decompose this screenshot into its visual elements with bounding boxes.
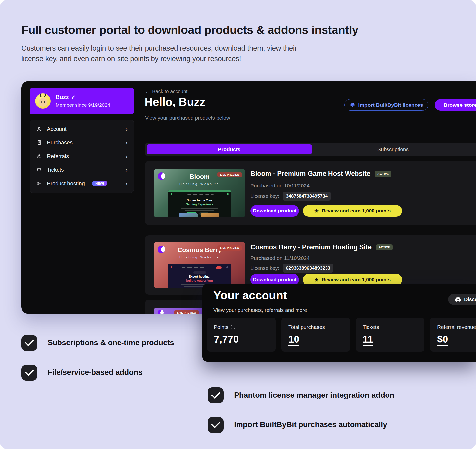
customer-portal-panel: Buzz Member since 9/19/2024 Account › Pu… <box>21 81 476 314</box>
discord-icon <box>455 297 461 302</box>
avatar-eye <box>41 101 42 103</box>
arrow-left-icon: ← <box>145 89 150 94</box>
browse-button-label: Browse store <box>444 102 476 108</box>
sidebar-item-label: Purchases <box>47 139 73 146</box>
sidebar-item-tickets[interactable]: Tickets › <box>30 163 134 177</box>
chevron-right-icon: › <box>125 153 128 159</box>
review-button-label: Review and earn 1,000 points <box>322 277 391 283</box>
people-icon <box>36 154 42 159</box>
greeting-heading: Hello, Buzz <box>145 95 205 108</box>
browse-store-button[interactable]: Browse store <box>435 99 476 111</box>
live-preview-badge: LIVE PREVIEW <box>174 310 199 314</box>
deco-dot <box>171 193 172 195</box>
star-icon: ★ <box>314 277 319 283</box>
import-builtbybit-button[interactable]: Import BuiltByBit licences <box>344 99 428 111</box>
stat-card-points: Points i 7,770 <box>207 318 276 352</box>
tab-products[interactable]: Products <box>147 144 312 154</box>
deco-bar <box>168 193 231 196</box>
review-button-label: Review and earn 1,000 points <box>322 208 391 214</box>
feature-label: Subscriptions & one-time products <box>48 338 174 347</box>
live-preview-badge: LIVE PREVIEW <box>217 172 242 177</box>
member-since: Member since 9/19/2024 <box>56 102 110 108</box>
new-badge: NEW! <box>92 181 107 186</box>
product-thumbnail[interactable]: Bloom Hosting Website LIVE PREVIEW Super… <box>154 169 245 217</box>
deco-bar <box>193 271 206 274</box>
back-link-label: Back to account <box>152 89 187 94</box>
sidebar-item-label: Referrals <box>47 153 69 159</box>
deco-bar <box>199 194 203 195</box>
check-icon <box>21 365 37 381</box>
deco-bar <box>211 194 214 195</box>
feature-label: File/service-based addons <box>48 368 143 377</box>
mini-headline1: Supercharge Your <box>168 199 231 202</box>
receipt-icon <box>36 140 42 145</box>
stat-value-link[interactable]: 11 <box>363 334 373 346</box>
crescent-logo-icon <box>158 310 164 314</box>
status-badge: ACTIVE <box>375 171 391 177</box>
ticket-icon <box>36 167 42 173</box>
deco-bar <box>185 210 214 211</box>
avatar-antenna <box>44 94 46 98</box>
sidebar-item-label: Account <box>47 126 67 132</box>
user-card: Buzz Member since 9/19/2024 <box>30 88 134 114</box>
thumb-tagline: Hosting Website <box>154 182 245 186</box>
deco-dot <box>226 266 228 268</box>
edit-pencil-icon[interactable] <box>71 95 76 99</box>
discord-button-label: Discord <box>464 297 476 302</box>
stat-value-link[interactable]: 10 <box>288 334 299 346</box>
deco-bar <box>168 190 231 192</box>
mini-headline2: built to outperform <box>168 279 231 282</box>
back-to-account-link[interactable]: ← Back to account <box>145 89 187 94</box>
deco-bar <box>187 267 192 268</box>
mini-website-preview: Supercharge Your Gaming Experience <box>168 190 231 217</box>
deco-image <box>179 213 198 217</box>
download-button-label: Download product <box>253 277 297 283</box>
server-icon <box>36 181 42 186</box>
avatar <box>35 93 51 109</box>
deco-bar <box>194 267 198 268</box>
page-subtitle-line2: license key, and even earn on-site point… <box>21 55 241 63</box>
discord-button[interactable]: Discord <box>448 294 476 305</box>
download-button-label: Download product <box>253 208 297 214</box>
info-icon[interactable]: i <box>231 325 235 329</box>
status-badge: ACTIVE <box>376 244 393 250</box>
stat-card-total-purchases: Total purchases 10 <box>281 318 350 352</box>
check-icon <box>208 387 224 403</box>
username: Buzz <box>56 94 76 101</box>
sidebar-item-referrals[interactable]: Referrals › <box>30 150 134 163</box>
license-key-label: License key: <box>250 193 279 199</box>
account-stats: Points i 7,770 Total purchases 10 Ticket… <box>207 318 476 352</box>
purchased-date: Purchased on 11/10/2024 <box>250 255 310 261</box>
product-title: Cosmos Berry - Premium Hosting Site <box>250 243 372 251</box>
thumb-tagline: Hosting Website <box>154 256 245 259</box>
stat-label: Total purchases <box>288 324 325 330</box>
sidebar-item-account[interactable]: Account › <box>30 122 134 136</box>
sidebar-item-product-hosting[interactable]: Product hosting NEW! › <box>30 177 134 190</box>
download-product-button[interactable]: Download product <box>250 205 299 217</box>
sidebar-item-label: Product hosting <box>47 180 85 187</box>
sidebar-item-purchases[interactable]: Purchases › <box>30 136 134 150</box>
avatar-face <box>39 98 47 107</box>
check-icon <box>21 335 37 351</box>
account-overlay-title: Your account <box>213 289 287 302</box>
stat-label: Referral revenue <box>437 324 476 330</box>
page-subtitle-line1: Customers can easily login to see their … <box>21 44 297 52</box>
chevron-right-icon: › <box>125 180 128 187</box>
review-earn-points-button[interactable]: ★ Review and earn 1,000 points <box>303 205 402 217</box>
tab-subscriptions-label: Subscriptions <box>377 146 409 152</box>
feature-label: Phantom license manager integration addo… <box>234 391 394 400</box>
product-thumbnail[interactable]: Cosmos Berry Hosting Website LIVE PREVIE… <box>154 242 245 288</box>
import-button-label: Import BuiltByBit licences <box>358 102 423 108</box>
chevron-right-icon: › <box>125 167 128 173</box>
avatar-antenna <box>40 94 42 98</box>
avatar-eye <box>44 101 45 103</box>
deco-bar <box>193 194 197 195</box>
license-key-value: 3487584738495734 <box>283 192 331 201</box>
deco-dot <box>171 266 172 268</box>
deco-bar <box>200 267 204 268</box>
account-overlay-subtitle: View your purchases, referrals and more <box>213 307 307 313</box>
stat-value-link[interactable]: $0 <box>437 334 448 346</box>
deco-bar <box>187 194 191 195</box>
stat-label: Tickets <box>363 324 379 330</box>
tab-subscriptions[interactable]: Subscriptions <box>343 143 443 156</box>
